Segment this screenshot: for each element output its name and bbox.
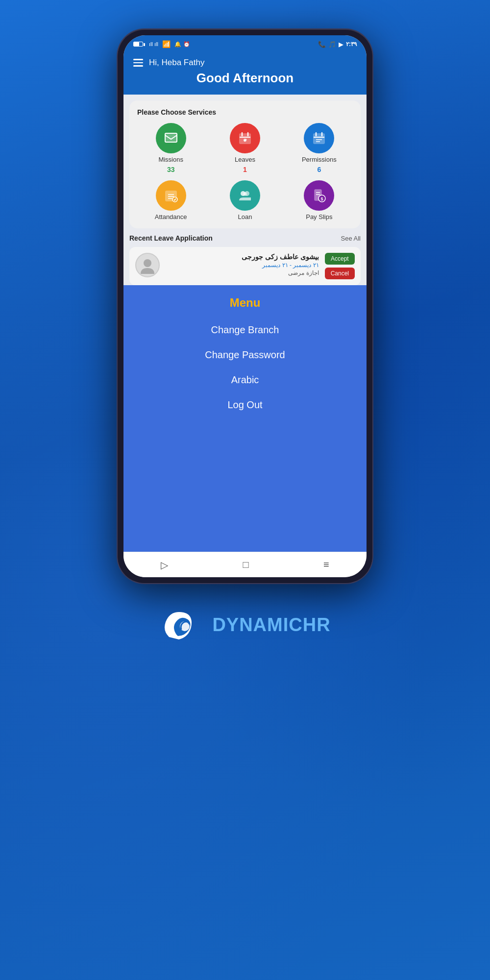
header-top: Hi, Heba Fathy bbox=[133, 58, 357, 68]
brand-footer: DYNAMICHR bbox=[159, 603, 330, 647]
permissions-label: Permissions bbox=[302, 156, 337, 163]
leave-avatar bbox=[135, 253, 160, 277]
recent-title: Recent Leave Application bbox=[129, 234, 213, 242]
service-attendance[interactable]: Attandance bbox=[137, 180, 204, 220]
bell-icon: 🔔 bbox=[174, 41, 181, 48]
service-payslips[interactable]: $ Pay Slips bbox=[286, 180, 353, 220]
wifi-icon: 📶 bbox=[162, 40, 171, 48]
services-grid: Missions 33 bbox=[137, 123, 353, 220]
service-permissions[interactable]: Permissions 6 bbox=[286, 123, 353, 173]
leaves-icon bbox=[230, 123, 260, 153]
missions-count: 33 bbox=[167, 166, 175, 173]
leave-actions: Accept Cancel bbox=[325, 253, 355, 279]
youtube-icon: ▶ bbox=[339, 41, 343, 48]
missions-icon bbox=[156, 123, 186, 153]
recent-leave-section: Recent Leave Application See All بيشوى ع… bbox=[129, 234, 361, 285]
leave-employee-name: بيشوى عاطف زكى جورجى bbox=[166, 253, 319, 261]
menu-title: Menu bbox=[123, 296, 367, 310]
nav-menu-button[interactable]: ≡ bbox=[323, 559, 329, 570]
svg-rect-7 bbox=[314, 134, 324, 144]
leave-info: بيشوى عاطف زكى جورجى ٢١ ديسمبر - ٢١ ديسم… bbox=[166, 253, 319, 276]
loan-label: Loan bbox=[238, 213, 252, 220]
signal-bars: ıll ıll bbox=[149, 41, 158, 47]
attendance-label: Attandance bbox=[155, 213, 187, 220]
svg-point-26 bbox=[144, 259, 151, 267]
payslips-label: Pay Slips bbox=[306, 213, 332, 220]
status-bar: ıll ıll 📶 🔔 ⏰ 📞 🎵 ▶ ٢:٣٩ bbox=[123, 35, 367, 53]
greeting-text: Hi, Heba Fathy bbox=[149, 58, 204, 68]
menu-change-password[interactable]: Change Password bbox=[123, 343, 367, 368]
menu-logout[interactable]: Log Out bbox=[123, 392, 367, 417]
nav-back-button[interactable]: ▷ bbox=[161, 559, 168, 571]
nav-home-button[interactable]: □ bbox=[243, 559, 249, 570]
brand-name-dynamic: DYNAMIC bbox=[212, 614, 302, 635]
attendance-icon bbox=[156, 180, 186, 211]
leave-type: اجازة مرضى bbox=[166, 270, 319, 276]
status-left: ıll ıll 📶 🔔 ⏰ bbox=[133, 40, 190, 48]
phone-wrapper: ıll ıll 📶 🔔 ⏰ 📞 🎵 ▶ ٢:٣٩ bbox=[118, 29, 372, 583]
service-leaves[interactable]: Leaves 1 bbox=[211, 123, 278, 173]
status-time: ٢:٣٩ bbox=[346, 41, 357, 48]
leaves-label: Leaves bbox=[235, 156, 255, 163]
services-title: Please Choose Services bbox=[137, 108, 353, 116]
app-header: Hi, Heba Fathy Good Afternoon bbox=[123, 53, 367, 95]
leaves-count: 1 bbox=[243, 166, 247, 173]
hamburger-menu[interactable] bbox=[133, 59, 143, 67]
brand-name-hr: HR bbox=[303, 614, 331, 635]
sub-greeting: Good Afternoon bbox=[133, 71, 357, 86]
menu-overlay: Menu Change Branch Change Password Arabi… bbox=[123, 285, 367, 552]
phone-frame: ıll ıll 📶 🔔 ⏰ 📞 🎵 ▶ ٢:٣٩ bbox=[118, 29, 372, 583]
missions-label: Missions bbox=[158, 156, 183, 163]
svg-point-20 bbox=[243, 192, 247, 196]
battery-fill bbox=[134, 42, 139, 46]
permissions-count: 6 bbox=[317, 166, 321, 173]
accept-button[interactable]: Accept bbox=[325, 253, 355, 265]
battery-icon bbox=[133, 42, 143, 47]
loan-icon bbox=[230, 180, 260, 211]
menu-arabic[interactable]: Arabic bbox=[123, 368, 367, 392]
phone-screen: ıll ıll 📶 🔔 ⏰ 📞 🎵 ▶ ٢:٣٩ bbox=[123, 35, 367, 577]
service-missions[interactable]: Missions 33 bbox=[137, 123, 204, 173]
service-loan[interactable]: Loan bbox=[211, 180, 278, 220]
status-right: 📞 🎵 ▶ ٢:٣٩ bbox=[318, 41, 357, 48]
alarm-icon: ⏰ bbox=[183, 41, 190, 48]
permissions-icon bbox=[304, 123, 334, 153]
nav-bar: ▷ □ ≡ bbox=[123, 552, 367, 577]
recent-header: Recent Leave Application See All bbox=[129, 234, 361, 242]
phone-icon: 📞 bbox=[318, 41, 326, 48]
menu-change-branch[interactable]: Change Branch bbox=[123, 318, 367, 343]
see-all-link[interactable]: See All bbox=[341, 235, 361, 242]
brand-name: DYNAMICHR bbox=[212, 614, 330, 636]
tiktok-icon: 🎵 bbox=[328, 41, 336, 48]
brand-logo bbox=[159, 603, 203, 647]
leave-dates: ٢١ ديسمبر - ٢١ ديسمبر bbox=[166, 262, 319, 269]
payslips-icon: $ bbox=[304, 180, 334, 211]
svg-rect-0 bbox=[165, 133, 177, 142]
cancel-button[interactable]: Cancel bbox=[325, 268, 355, 279]
leave-card: بيشوى عاطف زكى جورجى ٢١ ديسمبر - ٢١ ديسم… bbox=[129, 247, 361, 285]
svg-text:$: $ bbox=[321, 196, 323, 201]
services-card: Please Choose Services Missions 33 bbox=[129, 100, 361, 228]
